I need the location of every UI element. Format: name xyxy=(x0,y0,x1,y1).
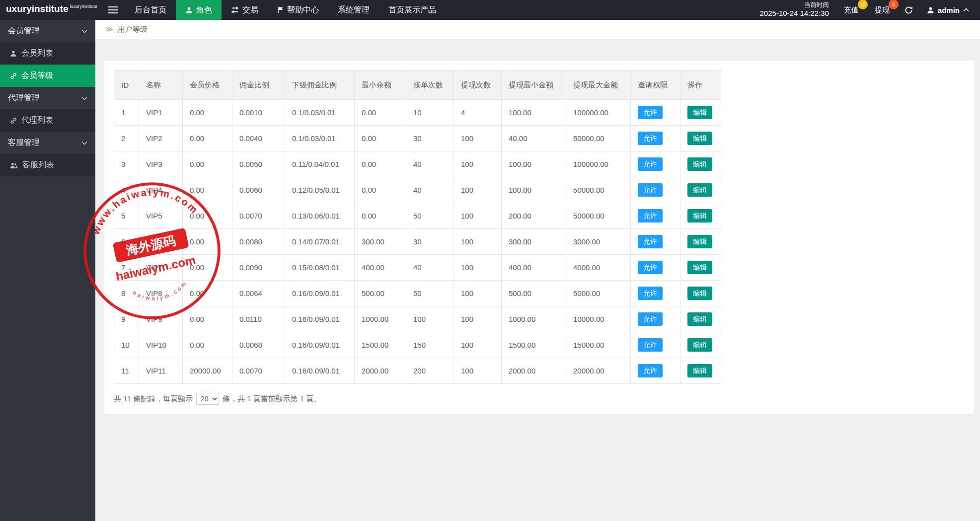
table-row: 4VIP40.000.00600.12/0.05/0.010.004010010… xyxy=(114,177,721,203)
cell-max-withdraw: 50000.00 xyxy=(566,177,631,203)
top-nav-roles[interactable]: 角色 xyxy=(176,0,222,20)
column-header-10: 邀请权限 xyxy=(631,71,680,100)
edit-button[interactable]: 编辑 xyxy=(687,209,712,223)
cell-withdraw-count: 100 xyxy=(454,255,502,281)
pagination-suffix: 條，共 1 頁當前顯示第 1 頁。 xyxy=(223,394,321,404)
cell-invite-permission: 允许 xyxy=(631,126,680,151)
recharge-label: 充值 xyxy=(844,5,859,14)
cell-min-balance: 0.00 xyxy=(355,177,406,203)
sidebar-item-label: 会员等级 xyxy=(21,71,53,81)
edit-button[interactable]: 编辑 xyxy=(687,183,712,197)
per-page-select[interactable]: 20 xyxy=(196,393,219,405)
cell-price: 0.00 xyxy=(183,255,232,281)
cell-price: 0.00 xyxy=(183,177,232,203)
sidebar-item-member-list[interactable]: 会员列表 xyxy=(0,42,95,65)
cell-id: 2 xyxy=(114,126,139,151)
cell-id: 10 xyxy=(114,332,139,358)
edit-button[interactable]: 编辑 xyxy=(687,312,712,326)
cell-max-withdraw: 10000.00 xyxy=(566,306,631,332)
refresh-icon[interactable] xyxy=(905,6,913,14)
recharge-badge: 18 xyxy=(858,0,868,9)
top-nav-help-center[interactable]: 帮助中心 xyxy=(268,0,328,20)
cell-withdraw-count: 100 xyxy=(454,203,502,229)
edit-button[interactable]: 编辑 xyxy=(687,364,712,377)
cell-actions: 编辑 xyxy=(680,281,721,306)
flag-icon xyxy=(277,6,284,13)
withdraw-button[interactable]: 提现 4 xyxy=(874,5,891,15)
withdraw-badge: 4 xyxy=(889,0,899,9)
cell-id: 3 xyxy=(114,151,139,177)
cell-sub-commission: 0.1/0.03/0.01 xyxy=(285,126,355,151)
cell-commission: 0.0050 xyxy=(232,151,285,177)
cell-price: 0.00 xyxy=(183,100,232,126)
cell-sub-commission: 0.15/0.08/0.01 xyxy=(285,255,355,281)
edit-button[interactable]: 编辑 xyxy=(687,338,712,352)
chevron-down-icon xyxy=(81,141,87,145)
menu-toggle-icon[interactable] xyxy=(101,0,125,20)
sidebar-item-member-level[interactable]: 会员等级 xyxy=(0,65,95,87)
cell-order-count: 30 xyxy=(406,229,454,255)
cell-name: VIP6 xyxy=(139,229,183,255)
brand-name: uxuryinstitute xyxy=(6,3,69,14)
edit-button[interactable]: 编辑 xyxy=(687,106,712,119)
top-nav-label: 帮助中心 xyxy=(287,5,319,15)
pagination: 共 11 條記錄，每頁顯示 20 條，共 1 頁當前顯示第 1 頁。 xyxy=(114,393,965,405)
edit-button[interactable]: 编辑 xyxy=(687,132,712,145)
cell-max-withdraw: 5000.00 xyxy=(566,281,631,306)
cell-sub-commission: 0.16/0.09/0.01 xyxy=(285,281,355,306)
chevron-down-icon xyxy=(81,29,87,33)
cell-commission: 0.0060 xyxy=(232,177,285,203)
pagination-prefix: 共 11 條記錄，每頁顯示 xyxy=(114,394,193,404)
column-header-4: 下级佣金比例 xyxy=(285,71,355,100)
allow-button[interactable]: 允许 xyxy=(638,364,663,377)
top-nav-label: 后台首页 xyxy=(135,5,166,15)
sidebar-item-label: 会员管理 xyxy=(8,26,40,36)
allow-button[interactable]: 允许 xyxy=(638,157,663,171)
allow-button[interactable]: 允许 xyxy=(638,183,663,197)
edit-button[interactable]: 编辑 xyxy=(687,287,712,300)
top-nav-label: 系统管理 xyxy=(338,5,370,15)
cell-commission: 0.0070 xyxy=(232,203,285,229)
edit-button[interactable]: 编辑 xyxy=(687,235,712,248)
allow-button[interactable]: 允许 xyxy=(638,287,663,300)
cell-price: 0.00 xyxy=(183,332,232,358)
sidebar-item-member-management[interactable]: 会员管理 xyxy=(0,20,95,42)
top-nav-home-products[interactable]: 首页展示产品 xyxy=(379,0,446,20)
allow-button[interactable]: 允许 xyxy=(638,209,663,223)
sidebar-item-service-management[interactable]: 客服管理 xyxy=(0,132,95,154)
cell-actions: 编辑 xyxy=(680,203,721,229)
top-nav: 后台首页角色交易帮助中心系统管理首页展示产品 xyxy=(125,0,446,20)
allow-button[interactable]: 允许 xyxy=(638,338,663,352)
cell-min-withdraw: 100.00 xyxy=(502,151,566,177)
edit-button[interactable]: 编辑 xyxy=(687,157,712,171)
cell-name: VIP7 xyxy=(139,255,183,281)
allow-button[interactable]: 允许 xyxy=(638,312,663,326)
top-nav-dashboard[interactable]: 后台首页 xyxy=(125,0,176,20)
table-row: 9VIP90.000.01100.16/0.09/0.011000.001001… xyxy=(114,306,721,332)
cell-commission: 0.0040 xyxy=(232,126,285,151)
top-nav-trade[interactable]: 交易 xyxy=(222,0,268,20)
cell-withdraw-count: 100 xyxy=(454,126,502,151)
cell-withdraw-count: 100 xyxy=(454,332,502,358)
user-icon xyxy=(185,6,193,14)
allow-button[interactable]: 允许 xyxy=(638,235,663,248)
cell-name: VIP9 xyxy=(139,306,183,332)
sidebar-item-service-list[interactable]: 客服列表 xyxy=(0,154,95,176)
cell-name: VIP10 xyxy=(139,332,183,358)
main-area: ≫ 用户等级 ID名称会员价格佣金比例下级佣金比例最小余额接单次数提现次数提现最… xyxy=(95,20,980,521)
recharge-button[interactable]: 充值 18 xyxy=(843,5,860,15)
top-nav-system[interactable]: 系统管理 xyxy=(328,0,379,20)
sidebar-item-agent-management[interactable]: 代理管理 xyxy=(0,87,95,109)
allow-button[interactable]: 允许 xyxy=(638,261,663,274)
cell-sub-commission: 0.13/0.06/0.01 xyxy=(285,203,355,229)
cell-min-balance: 1500.00 xyxy=(355,332,406,358)
cell-id: 5 xyxy=(114,203,139,229)
sidebar-item-agent-list[interactable]: 代理列表 xyxy=(0,109,95,132)
breadcrumb-label: 用户等级 xyxy=(118,25,148,34)
cell-withdraw-count: 100 xyxy=(454,358,502,384)
allow-button[interactable]: 允许 xyxy=(638,132,663,145)
edit-button[interactable]: 编辑 xyxy=(687,261,712,274)
cell-price: 0.00 xyxy=(183,281,232,306)
allow-button[interactable]: 允许 xyxy=(638,106,663,119)
user-menu[interactable]: admin xyxy=(927,6,969,14)
